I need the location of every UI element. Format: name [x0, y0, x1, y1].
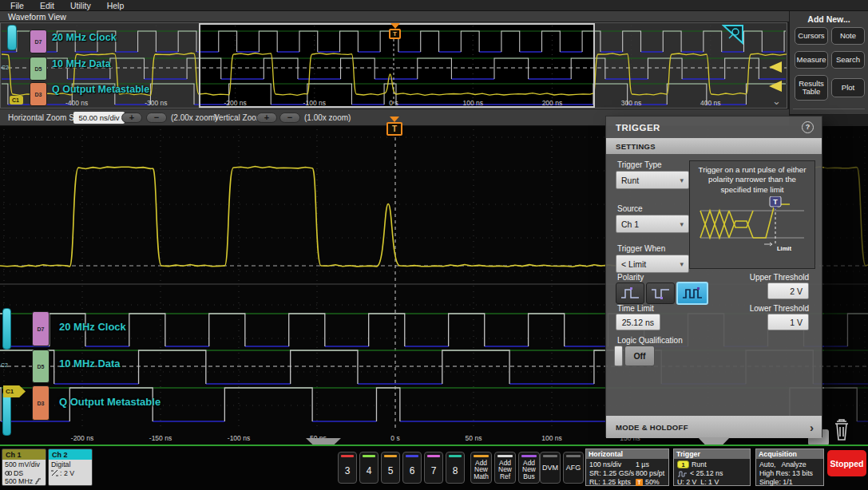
- channel-button-6[interactable]: 6: [402, 452, 422, 484]
- trigger-when-value: < Limit: [621, 259, 680, 269]
- h-zoom-factor: (2.00x zoom): [171, 113, 217, 122]
- trigger-type-label: Trigger Type: [617, 160, 662, 169]
- add-new-results-table[interactable]: Results Table: [795, 75, 828, 101]
- channel-badge-d5[interactable]: D5: [30, 57, 47, 81]
- channel-button-5[interactable]: 5: [381, 452, 400, 484]
- c2-marker[interactable]: C2: [1, 362, 8, 368]
- trigger-box[interactable]: Trigger 1 Runt < 25.12 ns U: 2 V L: 1 V: [673, 449, 751, 486]
- menu-edit[interactable]: Edit: [40, 1, 54, 10]
- acquisition-box[interactable]: Acquisition Auto, Analyze High Res: 13 b…: [755, 449, 824, 486]
- ch1-level-arrow-icon[interactable]: [769, 81, 782, 92]
- button-add-new-bus[interactable]: Add New Bus: [518, 452, 540, 484]
- oscilloscope-app: FileEditUtilityHelp Waveform View C2 C1 …: [0, 0, 868, 490]
- divider: [793, 109, 865, 109]
- trigger-type-dropdown[interactable]: Runt▾: [616, 171, 689, 189]
- trash-icon[interactable]: [829, 417, 854, 444]
- channel-button-4[interactable]: 4: [359, 452, 379, 484]
- channel-badge-d7[interactable]: D7: [32, 311, 50, 346]
- add-new-measure[interactable]: Measure: [795, 51, 828, 69]
- trigger-panel: TRIGGER ? SETTINGS Trigger Type Runt▾ Tr…: [605, 116, 822, 437]
- add-new-note[interactable]: Note: [831, 27, 865, 45]
- menu-help[interactable]: Help: [107, 1, 125, 10]
- help-icon[interactable]: ?: [802, 121, 814, 133]
- lower-threshold-field[interactable]: 1 V: [767, 314, 809, 330]
- channel-button-3[interactable]: 3: [338, 452, 357, 484]
- channel-label-d3[interactable]: Q Output Metastable: [59, 396, 161, 408]
- channel-label-d3[interactable]: Q Output Metastable: [52, 84, 149, 95]
- negative-runt-icon: [650, 287, 671, 300]
- channel-button-7[interactable]: 7: [424, 452, 443, 484]
- add-new-plot[interactable]: Plot: [831, 78, 865, 97]
- channel-label-d7[interactable]: 20 MHz Clock: [52, 32, 117, 43]
- trigger-source-badge: 1: [677, 460, 689, 468]
- probe-icon: [5, 470, 12, 476]
- channel-label-d5[interactable]: 10 MHz Data: [52, 58, 111, 69]
- time-label: 0 s: [375, 99, 412, 107]
- logic-toggle-off[interactable]: Off: [624, 346, 655, 366]
- trigger-when-label: Trigger When: [617, 244, 665, 253]
- trigger-title: Trigger: [674, 449, 750, 459]
- v-zoom-minus-button[interactable]: −: [279, 113, 300, 123]
- add-new-search[interactable]: Search: [831, 51, 865, 69]
- source-dropdown[interactable]: Ch 1▾: [616, 215, 689, 233]
- digital-group-handle[interactable]: [2, 391, 11, 436]
- logic-toggle-handle[interactable]: [614, 346, 623, 366]
- v-zoom-factor: (1.00x zoom): [304, 113, 351, 122]
- channel-label-d7[interactable]: 20 MHz Clock: [59, 321, 126, 333]
- chevron-down-icon[interactable]: ⌄: [772, 95, 781, 107]
- ch1-level-arrow-icon[interactable]: [769, 61, 782, 73]
- ch1-mode: DS: [14, 469, 23, 478]
- zoom-tool-icon[interactable]: [722, 24, 744, 45]
- stopped-button[interactable]: Stopped: [827, 450, 866, 476]
- button-add-new-ref[interactable]: Add New Ref: [494, 452, 516, 484]
- settings-section-header[interactable]: SETTINGS: [606, 138, 822, 154]
- ch2-badge[interactable]: Ch 2 Digital : 2 V: [48, 449, 93, 486]
- polarity-either-button[interactable]: [676, 282, 708, 305]
- ch1-bandwidth: 500 MHz: [5, 477, 33, 486]
- button-add-new-math[interactable]: Add New Math: [470, 452, 492, 484]
- ch1-badge[interactable]: Ch 1 500 mV/div DS 500 MHz: [2, 449, 46, 486]
- add-new-cursors[interactable]: Cursors: [795, 27, 828, 45]
- channel-badge-d3[interactable]: D3: [32, 385, 50, 421]
- v-zoom-plus-button[interactable]: +: [256, 113, 277, 123]
- ch1-scale: 500 mV/div: [5, 460, 43, 469]
- digital-group-handle[interactable]: [2, 308, 11, 350]
- channel-color-stripe: [449, 455, 462, 457]
- upper-threshold-field[interactable]: 2 V: [767, 283, 809, 299]
- time-label: -100 ns: [296, 99, 333, 107]
- time-label: -300 ns: [137, 99, 174, 107]
- horizontal-scale: 100 ns/div: [589, 460, 621, 468]
- channel-label-d5[interactable]: 10 MHz Data: [59, 358, 121, 369]
- h-zoom-minus-button[interactable]: −: [146, 113, 167, 123]
- time-label: -200 ns: [64, 434, 101, 442]
- channel-badge-d7[interactable]: D7: [30, 30, 47, 53]
- polarity-positive-button[interactable]: [616, 283, 644, 304]
- h-zoom-scale-value[interactable]: 50.00 ns/div: [73, 112, 125, 124]
- trigger-when-dropdown[interactable]: < Limit▾: [616, 255, 689, 273]
- button-dvm[interactable]: DVM: [540, 452, 561, 484]
- upper-threshold-label: Upper Threshold: [702, 273, 809, 282]
- menu-utility[interactable]: Utility: [70, 1, 91, 10]
- time-label: 0 s: [377, 434, 414, 442]
- trigger-triangle-icon: [390, 23, 400, 29]
- channel-badge-d5[interactable]: D5: [32, 350, 50, 383]
- trigger-type-value: Runt: [621, 176, 680, 185]
- mode-holdoff-section[interactable]: MODE & HOLDOFF ›: [606, 416, 822, 438]
- acq-mode: Auto, Analyze: [759, 460, 807, 468]
- horizontal-box[interactable]: Horizontal 100 ns/div 1 µs SR: 1.25 GS/s…: [585, 449, 669, 486]
- chevron-right-icon: ›: [810, 421, 814, 434]
- menu-file[interactable]: File: [10, 1, 24, 10]
- channel-badge-d3[interactable]: D3: [30, 82, 47, 106]
- c1-marker[interactable]: C1: [10, 96, 23, 105]
- overview-trigger-marker[interactable]: T: [389, 23, 401, 39]
- channel-button-8[interactable]: 8: [446, 452, 465, 484]
- button-afg[interactable]: AFG: [563, 452, 584, 484]
- time-limit-field[interactable]: 25.12 ns: [616, 314, 660, 330]
- c2-marker[interactable]: C2: [2, 65, 9, 70]
- main-trigger-marker[interactable]: T: [386, 117, 402, 136]
- h-zoom-plus-button[interactable]: +: [121, 113, 142, 123]
- polarity-negative-button[interactable]: [646, 283, 675, 304]
- trigger-t-icon: T: [386, 122, 402, 136]
- overview-scroll-handle[interactable]: [7, 25, 17, 50]
- trigger-levels: U: 2 V L: 1 V: [677, 478, 719, 486]
